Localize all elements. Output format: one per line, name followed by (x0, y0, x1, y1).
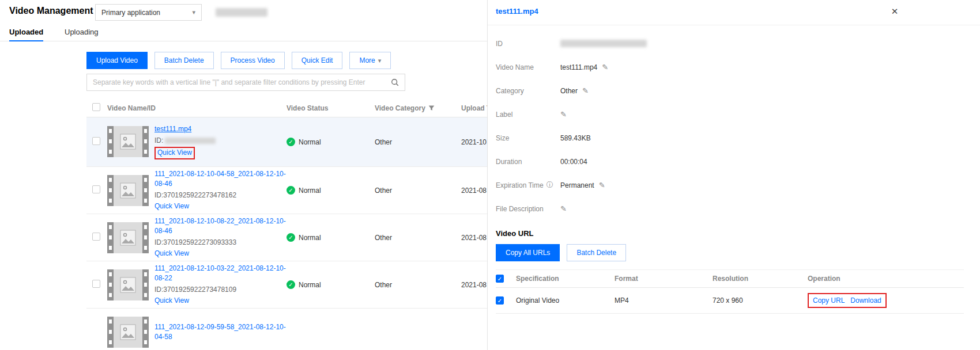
search-bar (86, 74, 405, 91)
field-size: Size 589.43KB (496, 126, 945, 150)
video-name-link[interactable]: 111_2021-08-12-10-08-22_2021-08-12-10-08… (154, 217, 286, 235)
redacted-text (216, 8, 267, 17)
select-all-checkbox[interactable] (92, 103, 100, 111)
tab-uploading[interactable]: Uploading (65, 24, 99, 41)
page-title: Video Management (9, 6, 93, 16)
table-row[interactable]: 111_2021-08-12-10-03-22_2021-08-12-10-08… (86, 261, 487, 309)
process-video-button[interactable]: Process Video (221, 52, 285, 69)
batch-delete-urls-button[interactable]: Batch Delete (567, 244, 626, 261)
url-row-checkbox[interactable]: ✓ (496, 296, 504, 305)
application-select[interactable]: Primary application ▾ (95, 4, 202, 21)
url-table-row[interactable]: ✓ Original Video MP4 720 x 960 Copy URL … (496, 288, 964, 314)
field-file-description: File Description ✎ (496, 197, 945, 220)
panel-title: test111.mp4 (496, 7, 538, 16)
field-id: ID (496, 32, 945, 55)
batch-delete-button[interactable]: Batch Delete (154, 52, 214, 69)
row-checkbox[interactable] (92, 185, 100, 193)
field-expiration-time: Expiration Time ⓘ Permanent ✎ (496, 173, 945, 197)
status-normal-icon: ✓ (287, 186, 295, 195)
quick-view-link[interactable]: Quick View (157, 149, 192, 157)
column-resolution: Resolution (713, 275, 808, 283)
toolbar: Upload Video Batch Delete Process Video … (86, 52, 487, 69)
quick-view-link[interactable]: Quick View (154, 202, 189, 210)
video-name-link[interactable]: 111_2021-08-12-10-04-58_2021-08-12-10-08… (154, 170, 286, 188)
filter-icon[interactable] (428, 105, 435, 111)
video-table-header: Video Name/ID Video Status Video Categor… (86, 99, 487, 117)
video-url-heading: Video URL (496, 229, 534, 238)
upload-time: 2021-08 (461, 281, 487, 289)
divider (488, 25, 980, 25)
quick-edit-button[interactable]: Quick Edit (292, 52, 343, 69)
status-text: Normal (299, 234, 321, 242)
video-thumbnail (107, 175, 149, 206)
edit-icon[interactable]: ✎ (582, 86, 589, 95)
specification-text: Original Video (516, 296, 615, 305)
field-label: Label (496, 111, 560, 119)
video-id: ID:3701925922273478109 (154, 285, 287, 295)
info-icon[interactable]: ⓘ (546, 180, 553, 190)
tab-bar: Uploaded Uploading (0, 24, 487, 41)
video-url-table: ✓ Specification Format Resolution Operat… (496, 269, 964, 314)
table-row[interactable]: 111_2021-08-12-09-59-58_2021-08-12-10-04… (86, 309, 487, 350)
quick-view-link[interactable]: Quick View (154, 296, 189, 305)
field-label-tag: Label ✎ (496, 102, 945, 126)
column-operation: Operation (808, 275, 964, 283)
video-management-page: Video Management Primary application ▾ U… (0, 0, 487, 350)
more-button-label: More (359, 56, 375, 64)
row-checkbox[interactable] (92, 137, 100, 145)
table-row[interactable]: 111_2021-08-12-10-08-22_2021-08-12-10-08… (86, 214, 487, 261)
annotation-box-operation: Copy URL Download (808, 293, 887, 308)
redacted-text (560, 40, 647, 47)
edit-icon[interactable]: ✎ (560, 204, 567, 213)
field-value: 589.43KB (560, 134, 591, 142)
tab-uploaded[interactable]: Uploaded (9, 24, 43, 41)
category-text: Other (375, 234, 461, 242)
field-label: File Description (496, 205, 560, 213)
video-name-link[interactable]: 111_2021-08-12-09-59-58_2021-08-12-10-04… (154, 323, 286, 341)
row-checkbox[interactable] (92, 280, 100, 288)
category-text: Other (375, 281, 461, 289)
video-name-link[interactable]: 111_2021-08-12-10-03-22_2021-08-12-10-08… (154, 264, 286, 282)
close-icon[interactable]: ✕ (889, 6, 900, 17)
video-url-actions: Copy All URLs Batch Delete (496, 244, 626, 261)
column-format: Format (615, 275, 713, 283)
table-row[interactable]: test111.mp4 ID: Quick View ✓ Normal (86, 117, 487, 167)
edit-icon[interactable]: ✎ (560, 110, 567, 119)
upload-time: 2021-08 (461, 234, 487, 242)
table-row[interactable]: 111_2021-08-12-10-04-58_2021-08-12-10-08… (86, 167, 487, 214)
row-checkbox[interactable] (92, 233, 100, 241)
field-label: Video Name (496, 63, 560, 71)
edit-icon[interactable]: ✎ (599, 181, 605, 189)
field-label: Category (496, 87, 560, 95)
status-text: Normal (299, 281, 321, 289)
category-text: Other (375, 187, 461, 195)
status-text: Normal (299, 138, 321, 146)
video-id: ID:3701925922273093333 (154, 238, 287, 248)
more-button[interactable]: More ▾ (349, 52, 391, 69)
field-value: 00:00:04 (560, 158, 587, 166)
redacted-text (165, 138, 216, 144)
search-icon[interactable] (391, 78, 399, 86)
field-duration: Duration 00:00:04 (496, 150, 945, 173)
status-normal-icon: ✓ (287, 138, 295, 146)
select-all-urls-checkbox[interactable]: ✓ (496, 275, 504, 283)
copy-url-link[interactable]: Copy URL (813, 296, 845, 305)
video-name-link[interactable]: test111.mp4 (154, 125, 191, 133)
field-category: Category Other ✎ (496, 79, 945, 102)
uploaded-content: Upload Video Batch Delete Process Video … (86, 52, 487, 350)
upload-video-button[interactable]: Upload Video (86, 52, 148, 69)
copy-all-urls-button[interactable]: Copy All URLs (496, 244, 560, 261)
status-normal-icon: ✓ (287, 280, 295, 289)
video-thumbnail (107, 126, 149, 157)
annotation-box-quick-view: Quick View (154, 147, 195, 159)
column-upload-time: Upload Time (461, 104, 487, 112)
upload-time: 2021-08 (461, 187, 487, 195)
search-input[interactable] (93, 78, 386, 86)
status-normal-icon: ✓ (287, 233, 295, 242)
status-text: Normal (299, 187, 321, 195)
quick-view-link[interactable]: Quick View (154, 249, 189, 257)
download-link[interactable]: Download (850, 296, 881, 305)
column-specification: Specification (516, 275, 615, 283)
edit-icon[interactable]: ✎ (602, 63, 608, 71)
category-text: Other (375, 138, 461, 146)
